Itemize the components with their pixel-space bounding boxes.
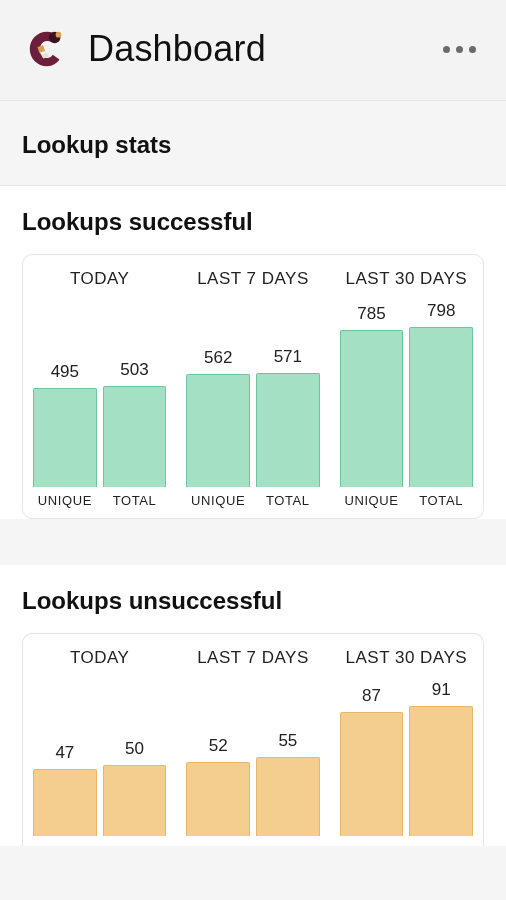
- chart-group-last7: LAST 7 DAYS 52 55: [186, 648, 319, 836]
- bar-value: 562: [204, 348, 232, 368]
- chart-unsuccessful: TODAY 47 50 LAST 7 DAYS 52: [22, 633, 484, 846]
- bar-total: 503: [103, 360, 167, 487]
- app-header: Dashboard: [0, 0, 506, 101]
- bar-value: 50: [125, 739, 144, 759]
- more-options-button[interactable]: [437, 40, 482, 59]
- bar-rect: [256, 757, 320, 836]
- bar-unique: 47: [33, 743, 97, 836]
- bar-value: 571: [274, 347, 302, 367]
- bar-value: 87: [362, 686, 381, 706]
- group-title: TODAY: [33, 269, 166, 289]
- axis-labels: UNIQUE TOTAL: [340, 493, 473, 508]
- bar-unique: 52: [186, 736, 250, 836]
- bar-unique: 785: [340, 304, 404, 487]
- header-left: Dashboard: [24, 26, 266, 72]
- card-title: Lookups unsuccessful: [22, 587, 484, 615]
- dot-icon: [456, 46, 463, 53]
- chart-group-today: TODAY 495 503 UNIQUE TOTAL: [33, 269, 166, 508]
- bar-total: 55: [256, 731, 320, 836]
- axis-label-unique: UNIQUE: [186, 493, 250, 508]
- bar-value: 785: [357, 304, 385, 324]
- bar-unique: 87: [340, 686, 404, 836]
- bar-rect: [340, 712, 404, 836]
- bar-rect: [409, 327, 473, 487]
- bar-value: 52: [209, 736, 228, 756]
- chart-group-last30: LAST 30 DAYS 87 91: [340, 648, 473, 836]
- page-title: Dashboard: [88, 28, 266, 70]
- bar-rect: [186, 374, 250, 487]
- chart-group-last30: LAST 30 DAYS 785 798 UNIQUE TOTAL: [340, 269, 473, 508]
- axis-label-total: TOTAL: [256, 493, 320, 508]
- bar-total: 50: [103, 739, 167, 836]
- card-lookups-successful: Lookups successful TODAY 495 503 UNIQUE: [0, 186, 506, 519]
- bars-area: 562 571: [186, 297, 319, 487]
- chart-row: TODAY 495 503 UNIQUE TOTAL: [33, 269, 473, 508]
- bar-total: 91: [409, 680, 473, 836]
- axis-label-total: TOTAL: [409, 493, 473, 508]
- bars-area: 87 91: [340, 676, 473, 836]
- app-logo-icon: [24, 26, 70, 72]
- bar-value: 55: [278, 731, 297, 751]
- bar-rect: [256, 373, 320, 487]
- group-title: LAST 7 DAYS: [186, 648, 319, 668]
- axis-labels: UNIQUE TOTAL: [33, 493, 166, 508]
- axis-label-unique: UNIQUE: [340, 493, 404, 508]
- card-title: Lookups successful: [22, 208, 484, 236]
- bar-rect: [409, 706, 473, 836]
- svg-point-1: [56, 32, 62, 38]
- bar-value: 798: [427, 301, 455, 321]
- bars-area: 52 55: [186, 676, 319, 836]
- bar-rect: [33, 769, 97, 836]
- bar-total: 798: [409, 301, 473, 487]
- bar-total: 571: [256, 347, 320, 487]
- bars-area: 785 798: [340, 297, 473, 487]
- bar-rect: [103, 765, 167, 836]
- axis-label-unique: UNIQUE: [33, 493, 97, 508]
- section-title-bar: Lookup stats: [0, 101, 506, 186]
- group-title: LAST 30 DAYS: [340, 648, 473, 668]
- bar-value: 91: [432, 680, 451, 700]
- bar-value: 503: [120, 360, 148, 380]
- bars-area: 495 503: [33, 297, 166, 487]
- chart-group-today: TODAY 47 50: [33, 648, 166, 836]
- bar-unique: 495: [33, 362, 97, 487]
- bar-rect: [33, 388, 97, 487]
- bar-rect: [340, 330, 404, 487]
- axis-labels: UNIQUE TOTAL: [186, 493, 319, 508]
- bar-unique: 562: [186, 348, 250, 487]
- card-lookups-unsuccessful: Lookups unsuccessful TODAY 47 50 LAST 7 …: [0, 565, 506, 846]
- chart-successful: TODAY 495 503 UNIQUE TOTAL: [22, 254, 484, 519]
- chart-row: TODAY 47 50 LAST 7 DAYS 52: [33, 648, 473, 836]
- axis-label-total: TOTAL: [103, 493, 167, 508]
- section-title: Lookup stats: [22, 131, 484, 159]
- group-title: LAST 30 DAYS: [340, 269, 473, 289]
- bar-rect: [186, 762, 250, 836]
- card-spacer: [0, 519, 506, 565]
- bars-area: 47 50: [33, 676, 166, 836]
- group-title: LAST 7 DAYS: [186, 269, 319, 289]
- bar-rect: [103, 386, 167, 487]
- group-title: TODAY: [33, 648, 166, 668]
- bar-value: 47: [55, 743, 74, 763]
- dot-icon: [469, 46, 476, 53]
- chart-group-last7: LAST 7 DAYS 562 571 UNIQUE TOTAL: [186, 269, 319, 508]
- dot-icon: [443, 46, 450, 53]
- bar-value: 495: [51, 362, 79, 382]
